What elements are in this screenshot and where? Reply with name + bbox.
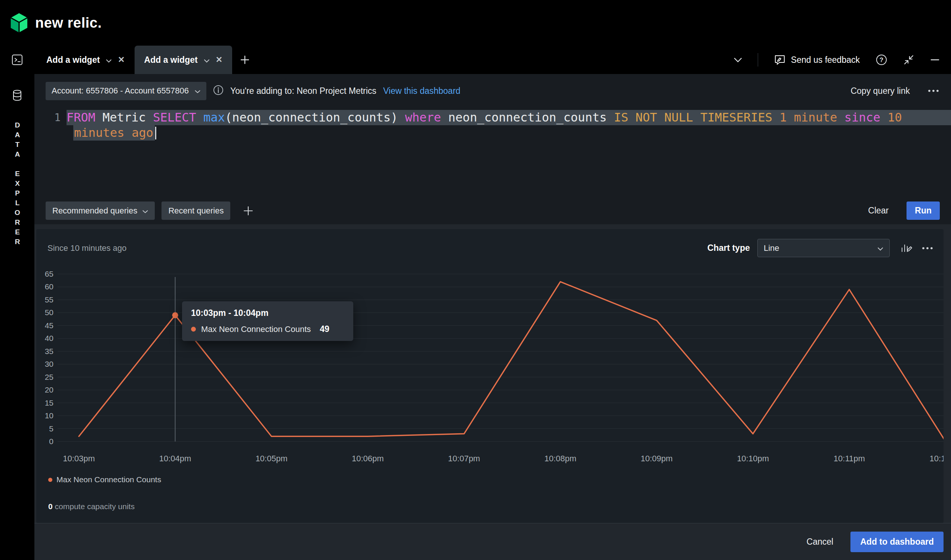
tab-add-widget-1[interactable]: Add a widget ✕ xyxy=(37,46,135,74)
recommended-queries-label: Recommended queries xyxy=(52,206,137,216)
help-icon[interactable]: ? xyxy=(876,54,888,66)
collapse-icon[interactable] xyxy=(903,54,914,65)
chart-builder-icon[interactable] xyxy=(900,242,912,255)
chart-type-select[interactable]: Line xyxy=(757,239,890,257)
chevron-down-icon[interactable] xyxy=(106,55,112,65)
svg-text:5: 5 xyxy=(49,424,54,433)
account-selector[interactable]: Account: 6557806 - Account 6557806 xyxy=(46,82,206,100)
new-relic-logo[interactable]: new relic. xyxy=(10,13,102,33)
compute-capacity-label: compute capacity units xyxy=(55,502,135,511)
chart-type-label: Chart type xyxy=(707,243,750,253)
svg-text:?: ? xyxy=(880,57,883,63)
cancel-button[interactable]: Cancel xyxy=(807,537,834,547)
svg-text:10:12pm: 10:12pm xyxy=(930,454,943,463)
send-feedback-button[interactable]: Send us feedback xyxy=(774,54,860,65)
svg-text:10:10pm: 10:10pm xyxy=(737,454,769,463)
svg-text:60: 60 xyxy=(45,282,54,291)
text-caret xyxy=(155,127,156,140)
data-explorer-label[interactable]: DATA EXPLORER xyxy=(13,121,21,248)
account-selector-label: Account: 6557806 - Account 6557806 xyxy=(52,86,189,96)
divider xyxy=(758,53,758,66)
legend-label: Max Neon Connection Counts xyxy=(57,475,161,484)
svg-text:55: 55 xyxy=(45,295,54,304)
footer-actions: Cancel Add to dashboard xyxy=(34,523,951,560)
svg-text:65: 65 xyxy=(45,269,54,278)
recent-queries-button[interactable]: Recent queries xyxy=(162,202,230,220)
content: Account: 6557806 - Account 6557806 xyxy=(34,74,951,560)
chevron-down-icon[interactable] xyxy=(204,55,210,65)
query-line-1-text: FROM Metric SELECT max(neon_connection_c… xyxy=(66,110,951,125)
top-bar: new relic. xyxy=(0,0,951,46)
line-number: 1 xyxy=(34,110,66,125)
query-console-icon[interactable] xyxy=(0,49,34,70)
add-to-dashboard-button[interactable]: Add to dashboard xyxy=(851,532,943,552)
info-icon xyxy=(213,85,223,97)
tab-label: Add a widget xyxy=(46,55,100,65)
chart-options-ellipsis-icon[interactable] xyxy=(921,246,934,250)
compute-capacity-value: 0 xyxy=(48,502,53,511)
recommended-queries-button[interactable]: Recommended queries xyxy=(46,202,155,220)
plus-icon xyxy=(243,206,254,216)
tab-label: Add a widget xyxy=(144,55,198,65)
app: new relic. DATA EXPLORER xyxy=(0,0,951,560)
chart-panel-header: Since 10 minutes ago Chart type Line xyxy=(48,239,934,257)
run-button[interactable]: Run xyxy=(906,202,940,220)
main-area: Add a widget ✕ Add a widget ✕ xyxy=(34,46,951,560)
minimize-icon[interactable] xyxy=(930,59,940,61)
svg-text:30: 30 xyxy=(45,360,54,368)
query-line-2-text: minutes ago xyxy=(66,125,156,140)
plus-icon xyxy=(240,55,250,65)
legend-item[interactable]: Max Neon Connection Counts xyxy=(48,475,161,484)
tooltip-series: Max Neon Connection Counts xyxy=(201,325,311,334)
close-icon[interactable]: ✕ xyxy=(118,56,125,64)
new-tab-button[interactable] xyxy=(240,46,250,74)
chart-panel: Since 10 minutes ago Chart type Line xyxy=(36,229,943,523)
clear-button[interactable]: Clear xyxy=(868,206,889,216)
svg-text:10:08pm: 10:08pm xyxy=(544,454,576,463)
svg-text:25: 25 xyxy=(45,373,54,381)
series-dot-icon xyxy=(191,327,196,332)
send-feedback-label: Send us feedback xyxy=(791,55,860,65)
copy-query-link[interactable]: Copy query link xyxy=(851,86,910,96)
svg-text:10:06pm: 10:06pm xyxy=(352,454,384,463)
chevron-down-icon xyxy=(877,243,883,253)
chart-tooltip: 10:03pm - 10:04pm Max Neon Connection Co… xyxy=(182,301,353,341)
tooltip-row: Max Neon Connection Counts 49 xyxy=(191,324,344,334)
compute-capacity-note: 0 compute capacity units xyxy=(48,502,135,511)
view-dashboard-link[interactable]: View this dashboard xyxy=(383,86,460,96)
svg-text:10:04pm: 10:04pm xyxy=(159,454,191,463)
tabs-overflow-chevron[interactable] xyxy=(734,58,742,62)
svg-text:20: 20 xyxy=(45,385,54,394)
add-query-button[interactable] xyxy=(243,206,254,216)
query-section: Account: 6557806 - Account 6557806 xyxy=(34,74,951,224)
close-icon[interactable]: ✕ xyxy=(216,56,222,64)
svg-text:45: 45 xyxy=(45,321,54,330)
tab-add-widget-2[interactable]: Add a widget ✕ xyxy=(135,46,232,74)
recent-queries-label: Recent queries xyxy=(168,206,223,216)
logo-text: new relic. xyxy=(35,15,102,31)
tooltip-title: 10:03pm - 10:04pm xyxy=(191,308,344,318)
new-relic-logo-icon xyxy=(10,13,28,33)
tab-bar-controls: Send us feedback ? xyxy=(734,46,951,74)
database-icon[interactable] xyxy=(0,85,34,106)
svg-text:50: 50 xyxy=(45,308,54,317)
svg-text:0: 0 xyxy=(49,437,54,446)
tooltip-value: 49 xyxy=(320,324,330,334)
series-dot-icon xyxy=(48,478,52,482)
svg-text:15: 15 xyxy=(45,398,54,407)
adding-to-text: You're adding to: Neon Project Metrics xyxy=(230,86,377,96)
query-header: Account: 6557806 - Account 6557806 xyxy=(34,74,951,108)
svg-text:10: 10 xyxy=(45,411,54,420)
query-editor[interactable]: 1 FROM Metric SELECT max(neon_connection… xyxy=(34,108,951,197)
svg-text:40: 40 xyxy=(45,334,54,342)
svg-text:10:05pm: 10:05pm xyxy=(255,454,288,463)
svg-text:10:11pm: 10:11pm xyxy=(834,454,865,463)
query-options-ellipsis-icon[interactable] xyxy=(927,89,940,93)
svg-text:10:09pm: 10:09pm xyxy=(641,454,673,463)
since-label: Since 10 minutes ago xyxy=(48,243,127,253)
svg-text:35: 35 xyxy=(45,347,54,355)
svg-text:10:03pm: 10:03pm xyxy=(63,454,95,463)
tab-bar: Add a widget ✕ Add a widget ✕ xyxy=(34,46,951,74)
line-chart[interactable]: 0510152025303540455055606510:03pm10:04pm… xyxy=(36,229,943,523)
chevron-down-icon xyxy=(195,86,200,96)
